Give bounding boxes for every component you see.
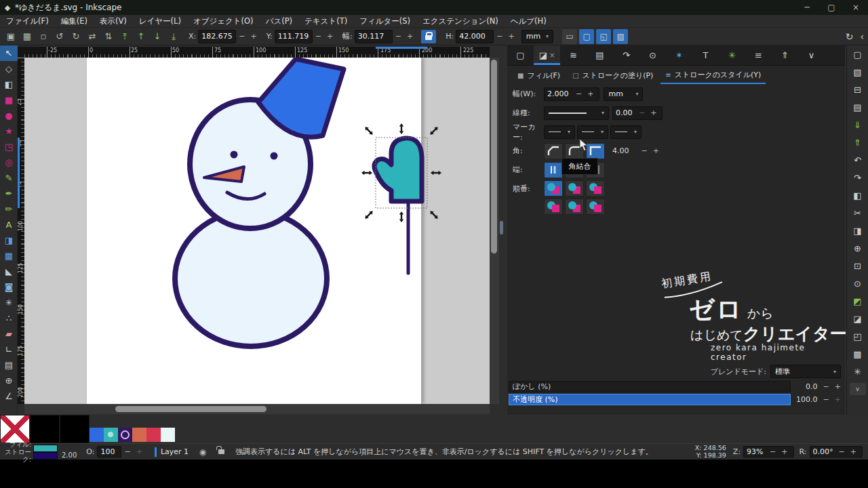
tool-3d-box[interactable]: ◳ (0, 139, 18, 155)
object-opacity-field[interactable]: 100 (97, 446, 121, 458)
rotation-plus[interactable]: + (848, 447, 859, 456)
flip-vertical-icon[interactable]: ⇅ (100, 29, 117, 44)
unit-select[interactable]: mm▾ (521, 30, 553, 43)
redo-icon[interactable]: ↷ (847, 169, 868, 186)
tab-fill-stroke[interactable]: ◪× (534, 45, 560, 65)
width-minus-button[interactable]: − (393, 32, 404, 41)
raise-icon[interactable]: ↑ (133, 29, 149, 44)
select-all-icon[interactable]: ▣ (3, 29, 19, 44)
y-field[interactable]: 111.719 (275, 30, 313, 43)
tool-selector[interactable]: ↖ (0, 45, 18, 61)
cut-icon[interactable]: ✂ (847, 204, 868, 222)
y-minus-button[interactable]: − (313, 32, 324, 41)
swatch-none[interactable] (0, 415, 30, 443)
swatch-white[interactable] (161, 428, 175, 442)
tabs-overflow[interactable]: ∨ (798, 45, 825, 65)
scale-stroke-toggle[interactable]: ▭ (562, 29, 577, 44)
snap-bar-toggle-icon[interactable]: ↻ (846, 31, 854, 42)
opacity-plus[interactable]: + (832, 395, 844, 404)
tool-shape-builder[interactable]: ◧ (0, 77, 18, 92)
menu-path[interactable]: パス(P) (260, 15, 298, 27)
rotation-minus[interactable]: − (836, 447, 848, 456)
x-field[interactable]: 182.675 (198, 30, 236, 43)
canvas[interactable] (24, 58, 490, 404)
layer-visibility-icon[interactable]: ◉ (198, 447, 208, 457)
tab-stroke-style[interactable]: ≡ストロークのスタイル(Y) (660, 68, 766, 84)
snowman-eye-right[interactable] (271, 152, 278, 160)
zoom-selection-icon[interactable]: ⊙ (847, 274, 868, 292)
close-button[interactable]: × (844, 0, 868, 15)
vertical-scrollbar[interactable] (490, 58, 499, 404)
zoom-drawing-icon[interactable]: ⊕ (847, 239, 868, 257)
tool-text[interactable]: A (0, 217, 18, 232)
commands-overflow-button[interactable]: ∨ (850, 383, 866, 395)
tool-tweak[interactable]: ✳ (0, 295, 18, 310)
tool-zoom[interactable]: ⊕ (0, 373, 18, 388)
mitten[interactable] (374, 138, 422, 201)
blend-mode-select[interactable]: 標準▾ (770, 365, 841, 378)
export-icon[interactable]: ⇑ (847, 134, 868, 151)
tool-rectangle[interactable]: ■ (0, 92, 18, 108)
import-icon[interactable]: ⇓ (847, 116, 868, 134)
tool-dropper[interactable]: ◣ (0, 264, 18, 279)
snowman-body[interactable] (175, 211, 327, 346)
opacity-slider[interactable]: 不透明度 (%) (509, 394, 791, 405)
clone-icon[interactable]: ◪ (847, 310, 868, 327)
scale-pattern-toggle[interactable]: ▨ (613, 29, 628, 44)
undo-icon[interactable]: ↶ (847, 151, 868, 169)
swatch-crimson[interactable] (146, 428, 161, 442)
dock-resize-grip[interactable] (500, 221, 503, 235)
stroke-width-plus[interactable]: + (585, 89, 596, 98)
save-icon[interactable]: ⊟ (847, 81, 868, 98)
print-icon[interactable]: ▤ (847, 98, 868, 116)
tool-measure[interactable]: ∠ (0, 388, 18, 404)
menu-extensions[interactable]: エクステンション(N) (416, 15, 505, 27)
tab-fill[interactable]: ■フィル(F) (513, 69, 565, 83)
paste-icon[interactable]: ◨ (847, 222, 868, 239)
zoom-page-icon[interactable]: ⊡ (847, 257, 868, 274)
tab-symbols[interactable]: ✶ (666, 45, 692, 65)
lock-ratio-button[interactable] (421, 30, 436, 43)
order-stroke-fill-markers[interactable] (565, 180, 584, 197)
opacity-minus[interactable]: − (821, 395, 832, 404)
menu-file[interactable]: ファイル(F) (0, 15, 55, 27)
menu-help[interactable]: ヘルプ(H) (505, 15, 553, 27)
height-minus-button[interactable]: − (494, 32, 505, 41)
tab-swatches[interactable]: ✳ (719, 45, 745, 65)
horizontal-scrollbar[interactable] (24, 404, 490, 414)
menu-text[interactable]: テキスト(T) (298, 15, 353, 27)
tool-calligraphy[interactable]: ✏ (0, 201, 18, 217)
y-plus-button[interactable]: + (324, 32, 336, 41)
menu-view[interactable]: 表示(V) (94, 15, 133, 27)
width-field[interactable]: 30.117 (355, 30, 393, 43)
menu-filters[interactable]: フィルター(S) (353, 15, 416, 27)
swatch-black-2[interactable] (60, 415, 90, 443)
tool-eraser[interactable]: ▰ (0, 326, 18, 342)
bevel-join-button[interactable] (544, 143, 563, 159)
tab-text[interactable]: T (692, 45, 719, 65)
tool-star[interactable]: ★ (0, 123, 18, 139)
x-minus-button[interactable]: − (236, 32, 248, 41)
tool-paint-bucket[interactable]: ◙ (0, 279, 18, 295)
opacity-indicator-minus[interactable]: − (121, 447, 133, 456)
flip-horizontal-icon[interactable]: ⇄ (84, 29, 100, 44)
tool-connector[interactable]: ∟ (0, 342, 18, 357)
order-markers-stroke-fill[interactable] (586, 199, 605, 215)
tab-document-properties[interactable]: ▢ (507, 45, 534, 65)
swatch-black[interactable] (30, 415, 60, 443)
x-plus-button[interactable]: + (248, 32, 259, 41)
dash-pattern-select[interactable]: ▾ (544, 106, 609, 120)
dash-offset-plus[interactable]: + (648, 108, 659, 117)
snowman-eye-left[interactable] (231, 151, 238, 159)
horizontal-scrollbar-thumb[interactable] (115, 406, 267, 412)
tab-align-distribute[interactable]: ≡ (745, 45, 772, 65)
tool-ellipse[interactable]: ● (0, 108, 18, 123)
group-icon[interactable]: ▩ (847, 345, 868, 363)
tab-find-replace[interactable]: ⊙ (639, 45, 666, 65)
scale-gradient-toggle[interactable]: ◱ (596, 29, 611, 44)
collapse-snap-bar-icon[interactable]: ‹ (860, 31, 864, 42)
stroke-unit-select[interactable]: mm▾ (604, 87, 643, 101)
miter-limit-minus[interactable]: − (639, 146, 650, 155)
raise-to-top-icon[interactable]: ⤒ (117, 29, 133, 44)
swatch-blue[interactable] (90, 428, 104, 442)
